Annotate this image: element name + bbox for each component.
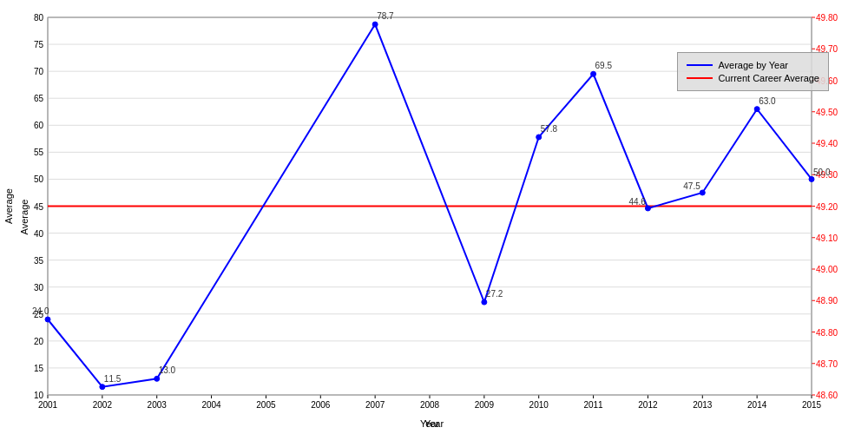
svg-text:80: 80 (34, 13, 44, 23)
svg-text:40: 40 (34, 229, 44, 239)
svg-text:44.6: 44.6 (628, 197, 646, 207)
svg-text:2010: 2010 (529, 400, 549, 410)
svg-text:45: 45 (34, 202, 44, 212)
svg-text:49.00: 49.00 (816, 265, 838, 274)
svg-text:35: 35 (34, 256, 44, 266)
svg-text:49.40: 49.40 (816, 139, 838, 148)
svg-point-93 (45, 317, 50, 322)
svg-text:2012: 2012 (638, 400, 658, 410)
chart-container: 10152025303540455055606570758048.6048.70… (0, 0, 868, 434)
svg-text:48.70: 48.70 (816, 359, 838, 369)
svg-point-103 (536, 135, 542, 140)
svg-text:48.80: 48.80 (816, 328, 838, 338)
svg-text:2011: 2011 (583, 400, 603, 410)
svg-text:70: 70 (34, 67, 44, 76)
svg-text:2003: 2003 (148, 400, 168, 410)
legend-box: Average by Year Current Career Average (677, 52, 829, 91)
svg-point-97 (155, 376, 160, 381)
svg-text:2004: 2004 (201, 400, 221, 410)
x-axis-label: Year (424, 418, 444, 429)
svg-text:78.7: 78.7 (377, 11, 394, 21)
legend-label-year: Average by Year (718, 60, 788, 70)
legend-line-red (687, 77, 713, 79)
svg-text:11.5: 11.5 (104, 374, 122, 384)
svg-point-95 (100, 385, 105, 390)
svg-text:2007: 2007 (365, 400, 385, 410)
svg-text:15: 15 (34, 364, 44, 373)
y-axis-left-label: Average (19, 200, 30, 235)
svg-text:75: 75 (34, 40, 44, 49)
svg-text:65: 65 (34, 94, 44, 103)
svg-text:50.0: 50.0 (813, 168, 831, 177)
svg-text:2002: 2002 (93, 400, 113, 410)
svg-text:30: 30 (34, 283, 44, 293)
svg-point-105 (591, 71, 596, 76)
svg-text:48.90: 48.90 (816, 296, 838, 306)
svg-point-101 (482, 299, 487, 305)
svg-text:2014: 2014 (747, 400, 767, 410)
svg-text:2006: 2006 (311, 400, 331, 410)
svg-text:Average: Average (3, 188, 14, 224)
svg-text:27.2: 27.2 (486, 289, 503, 299)
svg-text:24.0: 24.0 (32, 306, 49, 316)
svg-point-107 (645, 206, 650, 211)
svg-text:2015: 2015 (802, 400, 822, 410)
svg-text:49.80: 49.80 (816, 13, 838, 23)
svg-text:2005: 2005 (256, 400, 276, 410)
svg-text:2009: 2009 (475, 400, 495, 410)
svg-text:48.60: 48.60 (816, 391, 838, 400)
svg-text:60: 60 (34, 121, 44, 130)
legend-line-blue (687, 64, 713, 66)
svg-text:49.50: 49.50 (816, 108, 838, 117)
svg-text:2001: 2001 (38, 400, 58, 410)
legend-label-career: Current Career Average (718, 73, 819, 83)
svg-text:63.0: 63.0 (759, 96, 776, 106)
svg-text:49.10: 49.10 (816, 233, 838, 243)
svg-point-99 (372, 22, 378, 27)
legend-item-career: Current Career Average (687, 73, 819, 83)
svg-text:55: 55 (34, 148, 44, 157)
svg-text:13.0: 13.0 (159, 365, 176, 375)
svg-text:10: 10 (34, 391, 44, 400)
svg-text:2008: 2008 (420, 400, 440, 410)
svg-text:57.8: 57.8 (541, 124, 558, 134)
svg-text:2013: 2013 (693, 400, 713, 410)
svg-text:20: 20 (34, 337, 44, 346)
svg-text:69.5: 69.5 (595, 61, 613, 70)
svg-text:47.5: 47.5 (683, 181, 700, 191)
svg-point-109 (700, 190, 705, 195)
svg-text:50: 50 (34, 174, 44, 184)
svg-text:49.20: 49.20 (816, 202, 838, 212)
svg-point-111 (754, 107, 760, 112)
legend-item-year: Average by Year (687, 60, 819, 70)
